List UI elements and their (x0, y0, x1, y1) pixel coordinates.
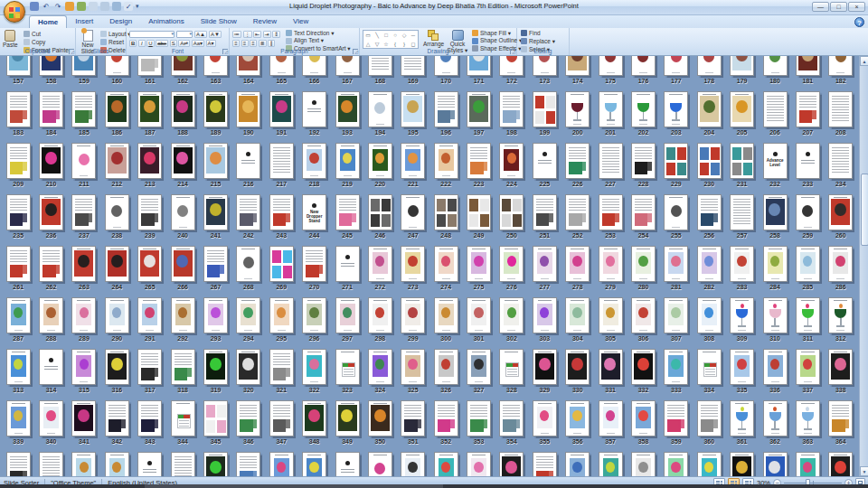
slide-thumbnail[interactable] (697, 143, 722, 179)
redo-icon[interactable]: ↷ (53, 2, 62, 11)
line-spacing-button[interactable]: ⇕ (272, 31, 280, 38)
slide-thumbnail[interactable] (171, 91, 195, 127)
slide-thumbnail[interactable] (828, 297, 853, 333)
align-text-button[interactable]: Align Text ▾ (286, 38, 351, 44)
slide-thumbnail[interactable] (39, 246, 63, 282)
slide-thumbnail[interactable] (499, 91, 524, 127)
font-style-button-aa[interactable]: Aa▾ (192, 40, 204, 47)
slide-thumbnail[interactable] (664, 246, 688, 282)
slide-thumbnail[interactable] (599, 194, 623, 230)
slide-thumbnail[interactable] (39, 143, 63, 179)
slide-thumbnail[interactable] (6, 297, 31, 333)
help-icon[interactable]: ? (854, 17, 864, 27)
slide-thumbnail[interactable] (828, 56, 853, 76)
slide-thumbnail[interactable] (137, 400, 162, 436)
slide-thumbnail[interactable] (269, 194, 294, 230)
slide-thumbnail[interactable] (203, 56, 228, 76)
slide-thumbnail[interactable] (467, 349, 491, 385)
slide-thumbnail[interactable] (533, 246, 557, 282)
increase-indent-button[interactable]: ⇥ (263, 31, 271, 38)
slide-thumbnail[interactable] (105, 91, 129, 127)
slide-thumbnail[interactable] (71, 452, 96, 476)
slide-thumbnail[interactable] (236, 246, 260, 282)
slide-thumbnail[interactable] (401, 349, 425, 385)
slide-thumbnail[interactable] (533, 91, 557, 127)
shapes-gallery[interactable]: ▭╲□○◇─△▽☆{}◻ (363, 30, 419, 49)
slide-thumbnail[interactable] (434, 56, 458, 76)
slide-thumbnail[interactable] (105, 246, 129, 282)
slide-thumbnail[interactable] (631, 297, 656, 333)
slide-thumbnail[interactable] (828, 400, 853, 436)
cut-button[interactable]: Cut (24, 31, 71, 37)
font-style-button-a[interactable]: A▾ (206, 40, 216, 47)
slide-thumbnail[interactable] (171, 400, 195, 436)
tab-slide-show[interactable]: Slide Show (193, 15, 245, 28)
slide-thumbnail[interactable] (499, 246, 524, 282)
slide-thumbnail[interactable] (533, 349, 557, 385)
slide-thumbnail[interactable] (796, 246, 820, 282)
slide-thumbnail[interactable] (269, 349, 294, 385)
slide-thumbnail[interactable] (335, 297, 360, 333)
slide-thumbnail[interactable] (302, 297, 326, 333)
slide-thumbnail[interactable] (697, 452, 722, 476)
slide-thumbnail[interactable] (105, 194, 129, 230)
slide-thumbnail[interactable] (828, 349, 853, 385)
slide-thumbnail[interactable] (467, 246, 491, 282)
slide-thumbnail[interactable] (434, 194, 458, 230)
slide-thumbnail[interactable] (730, 56, 754, 76)
slide-thumbnail[interactable] (796, 194, 820, 230)
slide-thumbnail[interactable] (599, 400, 623, 436)
slide-thumbnail[interactable] (105, 143, 129, 179)
shape-outline-button[interactable]: Shape Outline ▾ (472, 38, 522, 44)
slide-thumbnail[interactable] (664, 194, 688, 230)
slide-thumbnail[interactable] (39, 400, 63, 436)
slide-thumbnail[interactable] (203, 349, 228, 385)
slide-show-icon[interactable] (89, 2, 98, 11)
slide-thumbnail[interactable] (269, 246, 294, 282)
slide-thumbnail[interactable] (302, 91, 326, 127)
slide-thumbnail[interactable] (269, 56, 294, 76)
slide-thumbnail[interactable] (828, 143, 853, 179)
undo-icon[interactable]: ↶ (42, 2, 51, 11)
slide-thumbnail[interactable] (730, 452, 754, 476)
paste-button[interactable]: Paste (3, 30, 18, 48)
slide-thumbnail[interactable] (565, 91, 590, 127)
sort-icon[interactable] (112, 2, 121, 11)
slide-thumbnail[interactable] (796, 297, 820, 333)
spelling-icon[interactable]: ✓ (124, 2, 133, 11)
slide-thumbnail[interactable] (71, 143, 96, 179)
slide-thumbnail[interactable] (565, 452, 590, 476)
close-button[interactable]: × (848, 2, 865, 12)
slide-thumbnail[interactable] (137, 143, 162, 179)
slide-thumbnail[interactable] (105, 56, 129, 76)
slide-thumbnail[interactable] (71, 194, 96, 230)
tab-review[interactable]: Review (245, 15, 285, 28)
slide-thumbnail[interactable] (763, 349, 788, 385)
slide-thumbnail[interactable] (664, 349, 688, 385)
slide-thumbnail[interactable] (203, 91, 228, 127)
slide-thumbnail[interactable] (664, 143, 688, 179)
slide-thumbnail[interactable] (796, 452, 820, 476)
slide-thumbnail[interactable] (763, 91, 788, 127)
slide-thumbnail[interactable] (203, 246, 228, 282)
slide-thumbnail[interactable] (203, 194, 228, 230)
slide-thumbnail[interactable] (664, 91, 688, 127)
slide-thumbnail[interactable] (71, 297, 96, 333)
copy-button[interactable]: Copy (24, 39, 71, 45)
font-style-button-abe[interactable]: abe (156, 40, 168, 47)
grow-font-button[interactable]: A▲ (194, 31, 207, 38)
shape-glyph[interactable]: ╲ (373, 31, 382, 40)
font-style-button-s[interactable]: S (170, 40, 177, 47)
slide-thumbnail[interactable] (105, 400, 129, 436)
slide-thumbnail[interactable] (335, 56, 360, 76)
drawing-dialog-launcher[interactable]: ◿ (510, 49, 515, 54)
slide-thumbnail[interactable] (499, 194, 524, 230)
align-right-button[interactable]: ≡ (250, 40, 257, 47)
slide-thumbnail[interactable] (730, 143, 754, 179)
slide-thumbnail[interactable] (828, 452, 853, 476)
slide-thumbnail[interactable] (368, 91, 392, 127)
paragraph-dialog-launcher[interactable]: ◿ (353, 49, 358, 54)
slide-thumbnail[interactable] (368, 194, 392, 230)
slide-thumbnail[interactable] (599, 143, 623, 179)
slide-thumbnail[interactable] (565, 194, 590, 230)
